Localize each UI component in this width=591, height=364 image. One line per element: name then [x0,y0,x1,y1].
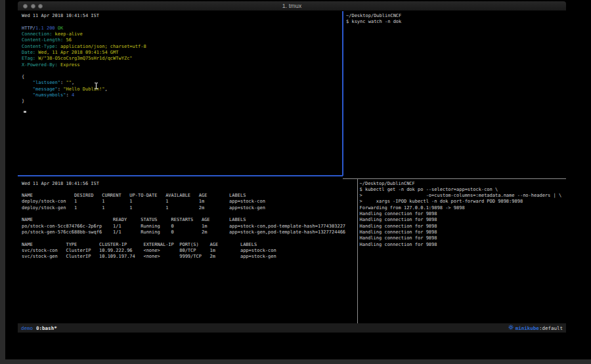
pane-divider-vertical-top [342,11,343,176]
terminal-line: po/stock-gen-576cc688bb-swqf6 1/1 Runnin… [22,230,361,235]
terminal-line: Handling connection for 9898 [360,224,567,230]
terminal-line: > xargs -IPOD kubectl -n dok port-forwar… [360,199,567,205]
mouse-ibeam-cursor-icon [94,79,98,92]
pane-divider-horizontal-right [343,178,566,179]
window-title: 1. tmux [18,3,566,9]
terminal-line: Wed 11 Apr 2018 10:41:56 IST [22,181,361,187]
terminal-line: "message": "Hello Dublin!", [22,87,346,92]
terminal-line: svc/stock-con ClusterIP 10.99.222.96 <no… [22,248,361,254]
tmux-terminal: Wed 11 Apr 2018 10:41:54 ISTHTTP/1.1 200… [18,11,566,333]
pane-http-response[interactable]: Wed 11 Apr 2018 10:41:54 ISTHTTP/1.1 200… [18,11,346,177]
terminal-line: > -o=custom-columns=:metadata.name --no-… [360,193,567,199]
terminal-line: X-Powered-By: Express [22,62,346,68]
session-name: demo [21,325,33,331]
terminal-line: Wed 11 Apr 2018 10:41:54 IST [22,13,346,19]
terminal-line: Handling connection for 9898 [360,211,567,217]
terminal-line: HTTP/1.1 200 OK [22,26,346,31]
kube-context: minikube [515,325,539,331]
terminal-line: } [22,98,346,104]
desktop-edge-bottom [0,359,591,364]
terminal-line: NAME TYPE CLUSTER-IP EXTERNAL-IP PORT(S)… [22,242,361,248]
terminal-line: Content-Length: 56 [22,37,346,43]
pane-divider-horizontal-left [18,175,343,176]
terminal-line [22,187,361,193]
tmux-status-bar: demo 0:bash* minikube:default [18,323,566,333]
terminal-line: Handling connection for 9898 [360,242,567,248]
desktop-edge-left [0,0,5,364]
terminal-line: Content-Type: application/json; charset=… [22,44,346,50]
terminal-line: Handling connection for 9898 [360,217,567,223]
pane-port-forward[interactable]: ~/Desktop/DublinCNCF$ kubectl get -n dok… [359,176,566,329]
terminal-line: $ ksync watch -n dok [346,19,566,25]
terminal-line: "numsymbols": 4 [22,92,346,98]
terminal-line: { [22,74,346,80]
terminal-line: Date: Wed, 11 Apr 2018 09:41:54 GMT [22,50,346,56]
pane-ksync-watch[interactable]: ~/Desktop/DublinCNCF$ ksync watch -n dok [343,11,566,180]
terminal-line [22,211,361,217]
terminal-line: deploy/stock-con 1 1 1 1 1m app=stock-co… [22,199,361,205]
helm-wheel-icon [508,325,514,331]
terminal-line: "lastseen": "", [22,80,346,86]
terminal-line: Handling connection for 9898 [360,235,567,241]
terminal-line: ETag: W/"38-O5coCsrg3mQ75sHr1d/qcWTwYZc" [22,56,346,62]
terminal-line: ~/Desktop/DublinCNCF [346,13,566,19]
terminal-line: ~/Desktop/DublinCNCF [360,181,567,187]
terminal-line: $ kubectl get -n dok po --selector=app=s… [360,187,567,193]
window-titlebar[interactable]: 1. tmux [18,1,566,11]
terminal-line: Connection: keep-alive [22,31,346,37]
terminal-line: deploy/stock-gen 1 1 1 1 2m app=stock-ge… [22,205,361,211]
terminal-line: NAME DESIRED CURRENT UP-TO-DATE AVAILABL… [22,193,361,199]
terminal-line: po/stock-con-5cc874766c-2p6rp 1/1 Runnin… [22,224,361,230]
terminal-line: Handling connection for 9898 [360,230,567,235]
terminal-window: 1. tmux Wed 11 Apr 2018 10:41:54 ISTHTTP… [18,1,566,333]
terminal-line [22,235,361,241]
terminal-line: svc/stock-gen ClusterIP 10.109.197.74 <n… [22,254,361,260]
pane-divider-vertical-bottom [357,178,358,323]
terminal-line [22,68,346,74]
terminal-line [22,19,346,25]
status-right: minikube:default [508,325,563,331]
pane-kubectl-resources[interactable]: Wed 11 Apr 2018 10:41:56 ISTNAME DESIRED… [18,176,361,329]
terminal-line: NAME READY STATUS RESTARTS AGE LABELS [22,217,361,223]
terminal-cursor [24,111,26,113]
kube-namespace: :default [539,325,563,331]
window-tab-bash[interactable]: 0:bash* [36,325,57,331]
terminal-line: Forwarding from 127.0.0.1:9898 -> 9898 [360,205,567,211]
